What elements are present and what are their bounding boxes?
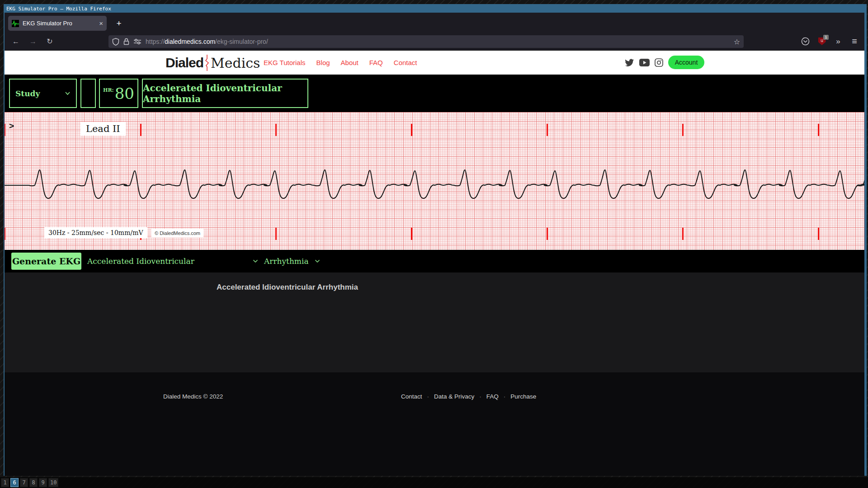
site-nav: EKG Tutorials Blog About FAQ Contact bbox=[264, 51, 417, 75]
overflow-menu-icon[interactable]: » bbox=[832, 36, 844, 47]
desktop-wallpaper: EKG Simulator Pro — Mozilla Firefox EKG … bbox=[0, 0, 868, 488]
pocket-icon[interactable] bbox=[799, 36, 811, 47]
footer-separator: · bbox=[479, 393, 481, 400]
nav-contact[interactable]: Contact bbox=[394, 59, 417, 66]
ublock-badge: 1 bbox=[823, 35, 828, 40]
nav-about[interactable]: About bbox=[341, 59, 359, 66]
footer-copyright: Dialed Medics © 2022 bbox=[163, 393, 223, 400]
url-path: /ekg-simulator-pro/ bbox=[215, 38, 268, 45]
sweep-marker-icon bbox=[275, 124, 277, 136]
reload-button[interactable]: ↻ bbox=[43, 35, 56, 48]
firefox-window: EKG Simulator Pro — Mozilla Firefox EKG … bbox=[4, 4, 867, 476]
empty-control-box[interactable] bbox=[80, 79, 96, 108]
sweep-marker-icon bbox=[818, 228, 819, 240]
sweep-marker-icon bbox=[682, 124, 684, 136]
sweep-marker-icon bbox=[818, 124, 819, 136]
chevron-down-icon bbox=[315, 259, 320, 263]
workspace-button-1[interactable]: 1 bbox=[1, 478, 9, 487]
hamburger-menu-icon[interactable]: ≡ bbox=[848, 36, 861, 47]
lock-icon[interactable] bbox=[123, 38, 129, 45]
logo-text-dialed: Dialed bbox=[165, 55, 203, 70]
rhythm-select[interactable]: Accelerated Idioventricular bbox=[87, 250, 264, 272]
calibration-label: 30Hz - 25mm/sec - 10mm/mV bbox=[44, 227, 147, 238]
new-tab-button[interactable]: + bbox=[112, 17, 126, 30]
tab-close-icon[interactable]: × bbox=[96, 19, 103, 27]
window-title: EKG Simulator Pro — Mozilla Firefox bbox=[6, 6, 111, 12]
logo-text-medics: Medics bbox=[211, 55, 260, 71]
sweep-marker-icon bbox=[411, 124, 412, 136]
page-viewport: Dialed Medics EKG Tutorials Blog About F… bbox=[5, 51, 864, 476]
site-header: Dialed Medics EKG Tutorials Blog About F… bbox=[5, 51, 864, 75]
sweep-marker-icon bbox=[547, 228, 548, 240]
rhythm-title-display: Accelerated Idioventricular Arrhythmia bbox=[142, 79, 308, 108]
mode-select-value: Study bbox=[15, 89, 40, 98]
nav-faq[interactable]: FAQ bbox=[369, 59, 383, 66]
hr-label: HR: bbox=[103, 87, 114, 93]
forward-button[interactable]: → bbox=[27, 35, 39, 48]
back-button[interactable]: ← bbox=[9, 35, 22, 48]
generate-ekg-button[interactable]: Generate EKG bbox=[11, 253, 81, 270]
instagram-icon[interactable] bbox=[655, 51, 663, 75]
permissions-toggles-icon[interactable] bbox=[133, 38, 142, 45]
taskbar: 1 6 7 8 9 10 bbox=[0, 477, 868, 488]
nav-ekg-tutorials[interactable]: EKG Tutorials bbox=[264, 59, 306, 66]
footer-separator: · bbox=[504, 393, 506, 400]
sweep-marker-icon bbox=[682, 228, 684, 240]
ekg-favicon-icon bbox=[12, 20, 19, 27]
chevron-down-icon bbox=[253, 259, 258, 263]
sweep-marker-icon bbox=[5, 228, 5, 240]
tracking-shield-icon[interactable] bbox=[112, 38, 119, 46]
workspace-button-7[interactable]: 7 bbox=[20, 478, 28, 487]
sweep-position-marker: > bbox=[9, 121, 14, 131]
lead-label: Lead II bbox=[80, 122, 126, 136]
tab-title: EKG Simulator Pro bbox=[23, 20, 96, 27]
url-text[interactable]: https://dialedmedics.com/ekg-simulator-p… bbox=[146, 38, 268, 45]
footer-link-purchase[interactable]: Purchase bbox=[510, 393, 536, 400]
sweep-marker-icon bbox=[547, 124, 548, 136]
url-domain: dialedmedics.com bbox=[165, 38, 215, 45]
site-logo[interactable]: Dialed Medics bbox=[165, 55, 260, 71]
workspace-button-6-active[interactable]: 6 bbox=[10, 478, 19, 487]
logo-ekg-squiggle-icon bbox=[205, 55, 209, 71]
ublock-extension-icon[interactable]: u 1 bbox=[816, 36, 828, 47]
footer-link-faq[interactable]: FAQ bbox=[486, 393, 499, 400]
workspace-button-8[interactable]: 8 bbox=[29, 478, 38, 487]
strip-copyright-label: © DialedMedics.com bbox=[151, 229, 203, 238]
content-heading: Accelerated Idioventricular Arrhythmia bbox=[217, 283, 358, 292]
site-footer: Dialed Medics © 2022 Contact · Data & Pr… bbox=[5, 372, 864, 476]
chevron-down-icon bbox=[65, 91, 71, 95]
workspace-button-10[interactable]: 10 bbox=[48, 478, 58, 487]
url-scheme: https:// bbox=[146, 38, 165, 45]
footer-separator: · bbox=[427, 393, 429, 400]
window-titlebar[interactable]: EKG Simulator Pro — Mozilla Firefox bbox=[5, 5, 864, 13]
generator-bar: Generate EKG Accelerated Idioventricular… bbox=[5, 250, 864, 272]
ekg-strip: > Lead II 30Hz - 25mm/sec - 10mm/mV © Di… bbox=[5, 112, 864, 250]
mode-select[interactable]: Study bbox=[9, 79, 77, 108]
navigation-toolbar: ← → ↻ https://dialedmedics.com/ekg-simul… bbox=[5, 33, 864, 51]
hr-value: 80 bbox=[115, 84, 134, 103]
ekg-control-bar: Study HR: 80 Accelerated Idioventricular… bbox=[5, 75, 864, 112]
heart-rate-display: HR: 80 bbox=[99, 79, 138, 108]
footer-link-contact[interactable]: Contact bbox=[401, 393, 422, 400]
bookmark-star-icon[interactable]: ☆ bbox=[734, 38, 740, 46]
tab-bar: EKG Simulator Pro × + bbox=[5, 13, 864, 33]
account-button[interactable]: Account bbox=[668, 56, 704, 69]
workspace-button-9[interactable]: 9 bbox=[39, 478, 47, 487]
content-section: Accelerated Idioventricular Arrhythmia bbox=[5, 272, 864, 372]
twitter-icon[interactable] bbox=[625, 51, 634, 75]
footer-link-data-privacy[interactable]: Data & Privacy bbox=[434, 393, 474, 400]
nav-blog[interactable]: Blog bbox=[316, 59, 330, 66]
rhythm-select-value: Accelerated Idioventricular bbox=[87, 257, 194, 266]
sweep-marker-icon bbox=[275, 228, 277, 240]
sweep-marker-icon bbox=[140, 124, 142, 136]
url-bar[interactable]: https://dialedmedics.com/ekg-simulator-p… bbox=[108, 35, 744, 48]
sweep-marker-icon bbox=[411, 228, 412, 240]
youtube-icon[interactable] bbox=[639, 51, 650, 75]
browser-tab[interactable]: EKG Simulator Pro × bbox=[8, 16, 107, 31]
category-select-value: Arrhythmia bbox=[264, 257, 309, 266]
sweep-marker-icon bbox=[5, 124, 5, 136]
footer-links: Contact · Data & Privacy · FAQ · Purchas… bbox=[401, 393, 536, 400]
category-select[interactable]: Arrhythmia bbox=[264, 250, 321, 272]
